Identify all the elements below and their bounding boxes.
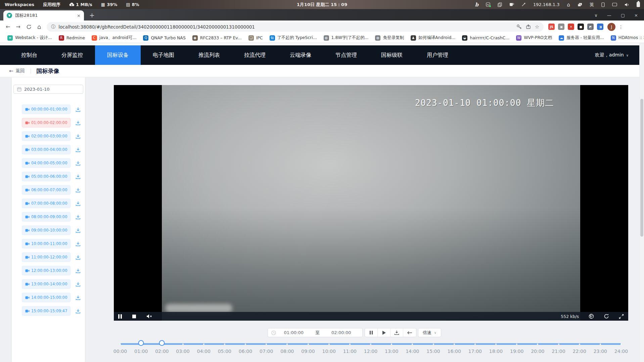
pause-button[interactable]: [365, 328, 378, 337]
bookmark-item[interactable]: R Redmine: [55, 35, 88, 41]
segment-download-button[interactable]: [76, 241, 81, 246]
segment-play-button[interactable]: 07:00:00-08:00:00: [22, 199, 71, 208]
phone-link-icon[interactable]: [601, 2, 605, 7]
segment-play-button[interactable]: 03:00:00-04:00:00: [22, 145, 71, 154]
bookmark-item[interactable]: Q QNAP Turbo NAS: [140, 35, 189, 41]
range-end-input[interactable]: 02:00:00: [324, 330, 359, 335]
home-tray-icon[interactable]: ⌂: [567, 2, 570, 8]
workspaces-button[interactable]: Workspaces: [5, 2, 34, 7]
extension-icon[interactable]: ■: [578, 24, 584, 30]
segment-play-button[interactable]: 05:00:00-06:00:00: [22, 172, 71, 181]
snapshot-aperture-icon[interactable]: [589, 314, 594, 319]
segment-download-button[interactable]: [76, 188, 81, 193]
home-icon[interactable]: ⌂: [37, 23, 41, 30]
play-button[interactable]: [378, 328, 390, 337]
tab-close-icon[interactable]: ×: [77, 13, 81, 18]
clock-indicator[interactable]: 1月10日 星期二 15：09: [297, 2, 347, 8]
mute-icon[interactable]: [146, 314, 152, 319]
segment-play-button[interactable]: 12:00:00-13:00:00: [22, 266, 71, 275]
app-nav-tab[interactable]: 控制台: [9, 45, 49, 65]
segment-download-button[interactable]: [76, 268, 81, 273]
bookmark-item[interactable]: ◉ RFC2833 – RTP Ev...: [189, 35, 245, 41]
password-key-icon[interactable]: [516, 24, 522, 30]
forward-icon[interactable]: →: [16, 24, 20, 30]
bookmark-star-icon[interactable]: ☆: [535, 24, 539, 30]
segment-play-button[interactable]: 10:00:00-11:00:00: [22, 239, 71, 248]
segment-download-button[interactable]: [76, 161, 81, 166]
app-nav-tab[interactable]: 用户管理: [415, 45, 460, 65]
extension-icon[interactable]: ▣: [558, 24, 564, 30]
playback-speed-dropdown[interactable]: 倍速 ∨: [418, 328, 441, 337]
screenshot-app-tray-icon[interactable]: [486, 2, 490, 7]
bookmark-item[interactable]: C java、android可...: [88, 35, 140, 41]
reload-icon[interactable]: [26, 24, 32, 30]
range-start-input[interactable]: 01:00:00: [276, 330, 312, 335]
segment-download-button[interactable]: [76, 201, 81, 206]
bookmark-item[interactable]: ◒ hairrrrr/C-CrashC...: [459, 35, 513, 41]
applications-button[interactable]: 应用程序: [43, 2, 60, 8]
site-info-icon[interactable]: ⓘ: [51, 24, 55, 30]
segment-play-button[interactable]: 08:00:00-09:00:00: [22, 212, 71, 222]
time-range-picker[interactable]: 01:00:00 至 02:00:00: [268, 328, 363, 337]
segment-download-button[interactable]: [76, 228, 81, 233]
segment-download-button[interactable]: [76, 134, 81, 139]
share-icon[interactable]: [526, 24, 531, 29]
page-scrollbar[interactable]: [639, 43, 644, 362]
segment-play-button[interactable]: 06:00:00-07:00:00: [22, 185, 71, 195]
timeline-slider[interactable]: 00:00 01:00 02:00 03:00 04:00 05:00: [120, 339, 621, 358]
segment-play-button[interactable]: 14:00:00-15:00:00: [22, 293, 71, 302]
segment-download-button[interactable]: [76, 120, 81, 125]
user-menu[interactable]: 欢迎，admin ∨: [595, 52, 629, 58]
app-nav-tab[interactable]: 节点管理: [323, 45, 369, 65]
browser-tab[interactable]: 国标28181 ×: [3, 10, 84, 21]
bookmark-item[interactable]: ♟ 如何编译Android...: [407, 35, 459, 41]
tab-search-chevron-icon[interactable]: ∨: [594, 13, 598, 18]
ip-address-indicator[interactable]: 192.168.1.3: [533, 2, 560, 7]
segment-download-button[interactable]: [76, 309, 81, 314]
app-nav-tab[interactable]: 云端录像: [278, 45, 323, 65]
extension-icon[interactable]: JS: [548, 24, 555, 30]
volume-icon[interactable]: [625, 3, 629, 7]
bing-tray-icon[interactable]: b: [475, 2, 478, 8]
battery-icon[interactable]: [637, 2, 640, 7]
app-nav-tab[interactable]: 国标级联: [369, 45, 415, 65]
segment-download-button[interactable]: [76, 255, 81, 260]
pause-icon[interactable]: [118, 314, 122, 319]
browser-menu-icon[interactable]: ⋮: [618, 24, 623, 30]
extension-icon[interactable]: ◩: [587, 24, 594, 30]
new-tab-button[interactable]: +: [89, 11, 95, 19]
segment-play-button[interactable]: 01:00:00-02:00:00: [22, 118, 71, 127]
date-picker-input[interactable]: 2023-01-10: [13, 85, 83, 94]
color-picker-tray-icon[interactable]: [521, 2, 526, 7]
clipboard-tray-icon[interactable]: [498, 2, 502, 7]
display-icon[interactable]: [612, 3, 617, 7]
stop-icon[interactable]: [132, 315, 136, 318]
extension-icon[interactable]: ◨: [597, 24, 603, 30]
seek-back-button[interactable]: [403, 328, 416, 337]
extension-icon[interactable]: ✕: [568, 24, 574, 30]
url-text[interactable]: localhost:38080/#/gbRecordDetail/3402000…: [58, 24, 513, 30]
bookmark-item[interactable]: W WVP-PRO文档: [513, 35, 555, 41]
segment-download-button[interactable]: [76, 295, 81, 300]
app-nav-tab[interactable]: 国标设备: [95, 45, 141, 65]
app-nav-tab[interactable]: 推流列表: [186, 45, 232, 65]
segment-play-button[interactable]: 13:00:00-14:00:00: [22, 279, 71, 289]
bookmark-item[interactable]: N HDAtmos :: 种子 *...: [607, 35, 644, 41]
workspaces-switcher-icon[interactable]: [578, 3, 582, 7]
back-icon[interactable]: ←: [6, 24, 10, 30]
timeline-handle[interactable]: [159, 340, 165, 346]
segment-play-button[interactable]: 02:00:00-03:00:00: [22, 131, 71, 141]
app-nav-tab[interactable]: 电子地图: [141, 45, 186, 65]
segment-play-button[interactable]: 04:00:00-05:00:00: [22, 158, 71, 168]
segment-download-button[interactable]: [76, 174, 81, 179]
window-close-button[interactable]: ×: [634, 13, 638, 18]
download-button[interactable]: [390, 328, 403, 337]
url-omnibox[interactable]: ⓘ localhost:38080/#/gbRecordDetail/34020…: [47, 22, 544, 32]
bookmark-item[interactable]: ◍ 1.8W字|了不起的...: [320, 35, 372, 41]
app-nav-tab[interactable]: 分屏监控: [49, 45, 95, 65]
input-language-indicator[interactable]: 英: [590, 2, 594, 8]
bookmark-item[interactable]: ❏ IPC: [245, 35, 266, 41]
caffeine-tray-icon[interactable]: [509, 2, 514, 7]
back-button[interactable]: ← 返回: [9, 68, 25, 74]
segment-play-button[interactable]: 15:00:00-15:09:47: [22, 306, 71, 316]
